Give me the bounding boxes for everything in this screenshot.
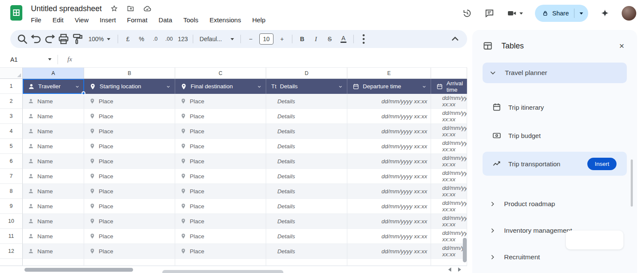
cell-F6[interactable]: dd/mm/yyyy xx:xx — [431, 154, 467, 169]
gemini-icon[interactable] — [600, 9, 610, 18]
cell-E4[interactable]: dd/mm/yyyy xx:xx — [347, 124, 431, 139]
table-item-trip-transportation[interactable]: Trip transportation Insert — [483, 152, 627, 176]
row-header-10[interactable]: 10 — [0, 214, 23, 229]
section-recruitment[interactable]: Recruitment — [483, 247, 627, 267]
menu-insert[interactable]: Insert — [100, 16, 116, 24]
menu-format[interactable]: Format — [127, 16, 148, 24]
cell-F2[interactable]: dd/mm/yyyy xx:xx — [431, 94, 467, 109]
zoom-select[interactable]: 100% — [85, 33, 114, 45]
font-size-input[interactable]: 10 — [259, 33, 273, 45]
column-header-E[interactable]: E — [347, 68, 431, 79]
horizontal-scrollbar-thumb[interactable] — [24, 268, 133, 272]
print-icon[interactable] — [57, 33, 70, 45]
search-icon[interactable] — [16, 33, 29, 45]
move-folder-icon[interactable] — [127, 5, 134, 12]
row-header-2[interactable]: 2 — [0, 94, 23, 109]
bold-button[interactable]: B — [296, 33, 309, 45]
cell-B3[interactable]: Place — [84, 109, 175, 124]
cell-F3[interactable]: dd/mm/yyyy xx:xx — [431, 109, 467, 124]
name-box[interactable]: A1 — [10, 56, 52, 63]
menu-view[interactable]: View — [75, 16, 88, 24]
currency-format-button[interactable]: £ — [122, 33, 134, 45]
cell-F12[interactable]: dd/mm/yyyy xx:xx — [431, 244, 467, 259]
row-header-6[interactable]: 6 — [0, 154, 23, 169]
cell-C3[interactable]: Place — [175, 109, 266, 124]
cell-B7[interactable]: Place — [84, 169, 175, 184]
cell-D10[interactable]: Details — [266, 214, 347, 229]
column-header-D[interactable]: D — [266, 68, 347, 79]
menu-tools[interactable]: Tools — [183, 16, 198, 24]
table-item-trip-itinerary[interactable]: Trip itinerary — [483, 95, 627, 119]
cell-C6[interactable]: Place — [175, 154, 266, 169]
version-history-icon[interactable] — [462, 8, 472, 18]
cell-E2[interactable]: dd/mm/yyyy xx:xx — [347, 94, 431, 109]
cell-E13[interactable] — [347, 259, 431, 266]
cell-A9[interactable]: Name — [23, 199, 84, 214]
cell-B5[interactable]: Place — [84, 139, 175, 154]
fill-handle[interactable] — [82, 91, 85, 95]
cell-C7[interactable]: Place — [175, 169, 266, 184]
increase-decimal-button[interactable]: .00 — [163, 33, 176, 45]
percent-format-button[interactable]: % — [135, 33, 148, 45]
cell-F5[interactable]: dd/mm/yyyy xx:xx — [431, 139, 467, 154]
cell-F10[interactable]: dd/mm/yyyy xx:xx — [431, 214, 467, 229]
row-header-4[interactable]: 4 — [0, 124, 23, 139]
cell-A5[interactable]: Name — [23, 139, 84, 154]
share-dropdown-icon[interactable] — [580, 12, 583, 15]
cell-E10[interactable]: dd/mm/yyyy xx:xx — [347, 214, 431, 229]
paint-format-icon[interactable] — [71, 33, 84, 45]
row-header-3[interactable]: 3 — [0, 109, 23, 124]
column-header-B[interactable]: B — [84, 68, 175, 79]
cell-E6[interactable]: dd/mm/yyyy xx:xx — [347, 154, 431, 169]
italic-button[interactable]: I — [310, 33, 322, 45]
menu-help[interactable]: Help — [252, 16, 265, 24]
cell-C5[interactable]: Place — [175, 139, 266, 154]
cell-D8[interactable]: Details — [266, 184, 347, 199]
cell-B13[interactable] — [84, 259, 175, 266]
section-product-roadmap[interactable]: Product roadmap — [483, 194, 627, 214]
column-header-C[interactable]: C — [175, 68, 266, 79]
menu-file[interactable]: File — [31, 16, 41, 24]
cell-F9[interactable]: dd/mm/yyyy xx:xx — [431, 199, 467, 214]
table-item-trip-budget[interactable]: Trip budget — [483, 123, 627, 147]
cell-C11[interactable]: Place — [175, 229, 266, 244]
scroll-left-icon[interactable] — [448, 267, 451, 272]
cell-A12[interactable]: Name — [23, 244, 84, 259]
header-cell-E1[interactable]: Departure time — [347, 79, 431, 94]
cell-B6[interactable]: Place — [84, 154, 175, 169]
panel-scrollbar-thumb[interactable] — [631, 159, 633, 207]
cell-B12[interactable]: Place — [84, 244, 175, 259]
star-icon[interactable] — [110, 5, 118, 12]
header-cell-D1[interactable]: TtDetails — [266, 79, 347, 94]
vertical-scrollbar-thumb[interactable] — [463, 238, 467, 262]
number-format-button[interactable]: 123 — [176, 33, 189, 45]
header-cell-A1[interactable]: Traveller — [23, 79, 84, 94]
cell-E7[interactable]: dd/mm/yyyy xx:xx — [347, 169, 431, 184]
more-vert-icon[interactable] — [357, 33, 370, 45]
header-cell-B1[interactable]: Starting location — [84, 79, 175, 94]
cell-F11[interactable]: dd/mm/yyyy xx:xx — [431, 229, 467, 244]
row-header-12[interactable]: 12 — [0, 244, 23, 259]
column-header-F[interactable] — [431, 68, 467, 79]
cell-A11[interactable]: Name — [23, 229, 84, 244]
select-all-corner[interactable] — [0, 68, 23, 79]
row-header-7[interactable]: 7 — [0, 169, 23, 184]
cell-A10[interactable]: Name — [23, 214, 84, 229]
cell-D5[interactable]: Details — [266, 139, 347, 154]
decrease-decimal-button[interactable]: .0 — [149, 33, 162, 45]
cell-E3[interactable]: dd/mm/yyyy xx:xx — [347, 109, 431, 124]
cell-C2[interactable]: Place — [175, 94, 266, 109]
cell-F8[interactable]: dd/mm/yyyy xx:xx — [431, 184, 467, 199]
text-color-button[interactable]: A — [337, 33, 350, 45]
cell-B2[interactable]: Place — [84, 94, 175, 109]
close-icon[interactable]: × — [619, 42, 624, 50]
cell-B10[interactable]: Place — [84, 214, 175, 229]
cloud-status-icon[interactable] — [143, 4, 152, 13]
cell-C13[interactable] — [175, 259, 266, 266]
cell-E5[interactable]: dd/mm/yyyy xx:xx — [347, 139, 431, 154]
sheets-logo[interactable] — [10, 5, 22, 21]
cell-E11[interactable]: dd/mm/yyyy xx:xx — [347, 229, 431, 244]
video-call-button[interactable] — [507, 8, 523, 18]
cell-B8[interactable]: Place — [84, 184, 175, 199]
font-select[interactable]: Defaul... — [196, 33, 237, 45]
